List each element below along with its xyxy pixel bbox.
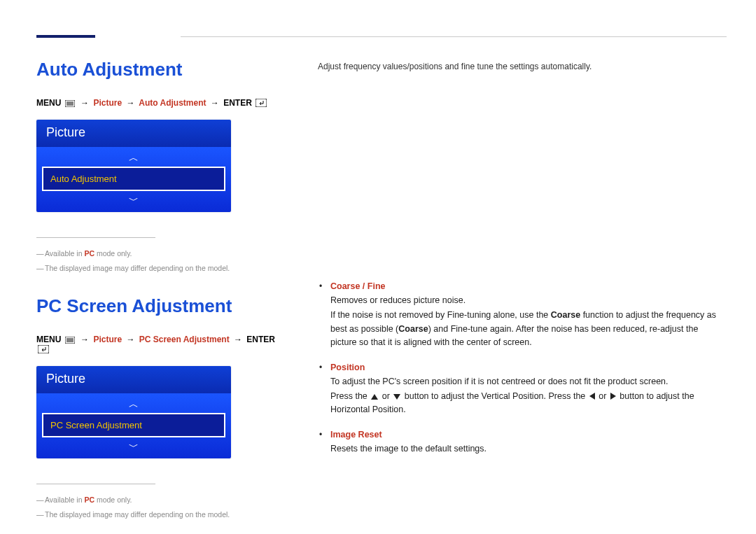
position-p2: Press the or button to adjust the Vertic… [330, 390, 727, 417]
osd-up-arrow-icon[interactable]: ︿ [42, 151, 225, 164]
osd-body: ︿ PC Screen Adjustment ﹀ [36, 393, 231, 458]
pc-screen-adjustment-bullets: Coarse / Fine Removes or reduces picture… [318, 281, 727, 456]
breadcrumb-enter-label: ENTER [223, 98, 252, 108]
text: or [596, 391, 609, 401]
triangle-down-icon [393, 394, 400, 400]
note-model-differ: The displayed image may differ depending… [36, 507, 279, 522]
note-text: mode only. [94, 249, 132, 258]
text: If the noise is not removed by Fine-tuni… [330, 310, 551, 320]
coarse-bold: Coarse [551, 310, 580, 320]
svg-rect-4 [255, 99, 267, 107]
note-text: The displayed image may differ depending… [45, 510, 230, 519]
osd-down-arrow-icon[interactable]: ﹀ [42, 194, 225, 206]
note-pc-mode: Available in PC mode only. [36, 493, 279, 507]
triangle-up-icon [371, 394, 378, 400]
bullet-image-reset: Image Reset Resets the image to the defa… [318, 430, 727, 456]
menu-icon [65, 337, 75, 345]
osd-down-arrow-icon[interactable]: ﹀ [42, 440, 225, 453]
note-text: Available in [45, 496, 84, 504]
note-pc: PC [84, 496, 94, 504]
position-p1: To adjust the PC's screen position if it… [330, 375, 727, 388]
text: button to adjust the Vertical Position. … [402, 391, 587, 401]
section-pc-screen-adjustment: PC Screen Adjustment MENU → Picture → PC… [36, 295, 279, 522]
heading-auto-adjustment: Auto Adjustment [36, 59, 279, 80]
enter-icon [255, 99, 267, 108]
notes-auto-adjustment: Available in PC mode only. The displayed… [36, 246, 279, 276]
divider [36, 237, 155, 238]
triangle-left-icon [589, 393, 595, 400]
osd-title: Picture [36, 366, 231, 393]
notes-pc-screen-adjustment: Available in PC mode only. The displayed… [36, 493, 279, 522]
bullet-position: Position To adjust the PC's screen posit… [318, 363, 727, 417]
breadcrumb-pc-screen-adjustment: MENU → Picture → PC Screen Adjustment → … [36, 335, 279, 355]
image-reset-p1: Resets the image to the default settings… [330, 442, 727, 456]
osd-panel-auto-adjustment: Picture ︿ Auto Adjustment ﹀ [36, 120, 231, 212]
coarse-fine-p2: If the noise is not removed by Fine-tuni… [330, 309, 727, 349]
breadcrumb-arrow: → [126, 335, 134, 344]
coarse-bold: Coarse [398, 324, 428, 334]
top-rule-line [181, 36, 727, 37]
note-model-differ: The displayed image may differ depending… [36, 261, 279, 276]
top-rule [36, 35, 727, 38]
osd-up-arrow-icon[interactable]: ︿ [42, 398, 225, 410]
note-text: Available in [45, 249, 84, 258]
breadcrumb-auto-adjustment: MENU → Picture → Auto Adjustment → ENTER [36, 99, 279, 108]
breadcrumb-arrow: → [234, 335, 242, 344]
menu-icon [65, 100, 75, 108]
breadcrumb-picture: Picture [93, 98, 122, 108]
note-pc: PC [84, 249, 94, 258]
breadcrumb-menu-label: MENU [36, 98, 61, 108]
breadcrumb-pc-screen-adjustment-label: PC Screen Adjustment [139, 335, 230, 344]
text: or [379, 391, 392, 401]
osd-selected-item[interactable]: PC Screen Adjustment [42, 413, 225, 437]
breadcrumb-arrow: → [80, 98, 89, 108]
term-image-reset: Image Reset [330, 430, 382, 440]
osd-body: ︿ Auto Adjustment ﹀ [36, 147, 231, 212]
note-text: The displayed image may differ depending… [45, 264, 230, 272]
breadcrumb-arrow: → [126, 98, 134, 108]
triangle-right-icon [610, 393, 616, 400]
breadcrumb-arrow: → [211, 98, 219, 108]
coarse-fine-p1: Removes or reduces picture noise. [330, 294, 727, 307]
bullet-coarse-fine: Coarse / Fine Removes or reduces picture… [318, 281, 727, 350]
note-text: mode only. [94, 496, 132, 504]
heading-pc-screen-adjustment: PC Screen Adjustment [36, 295, 279, 317]
breadcrumb-auto-adjustment-label: Auto Adjustment [139, 98, 206, 108]
svg-rect-9 [38, 345, 49, 353]
breadcrumb-enter-label: ENTER [246, 335, 275, 344]
section-auto-adjustment: Auto Adjustment MENU → Picture → Auto Ad… [36, 59, 279, 276]
osd-panel-pc-screen-adjustment: Picture ︿ PC Screen Adjustment ﹀ [36, 366, 231, 458]
auto-adjustment-description: Adjust frequency values/positions and fi… [318, 62, 727, 71]
breadcrumb-menu-label: MENU [36, 335, 61, 344]
breadcrumb-arrow: → [80, 335, 89, 344]
right-column: Adjust frequency values/positions and fi… [279, 59, 727, 534]
top-rule-accent [36, 35, 95, 38]
left-column: Auto Adjustment MENU → Picture → Auto Ad… [36, 59, 279, 534]
term-coarse-fine: Coarse / Fine [330, 281, 386, 291]
breadcrumb-picture: Picture [93, 335, 122, 344]
osd-title: Picture [36, 120, 231, 147]
osd-selected-item[interactable]: Auto Adjustment [42, 167, 225, 191]
enter-icon [38, 345, 49, 355]
note-pc-mode: Available in PC mode only. [36, 246, 279, 261]
divider [36, 484, 155, 484]
term-position: Position [330, 363, 365, 372]
text: Press the [330, 391, 370, 401]
